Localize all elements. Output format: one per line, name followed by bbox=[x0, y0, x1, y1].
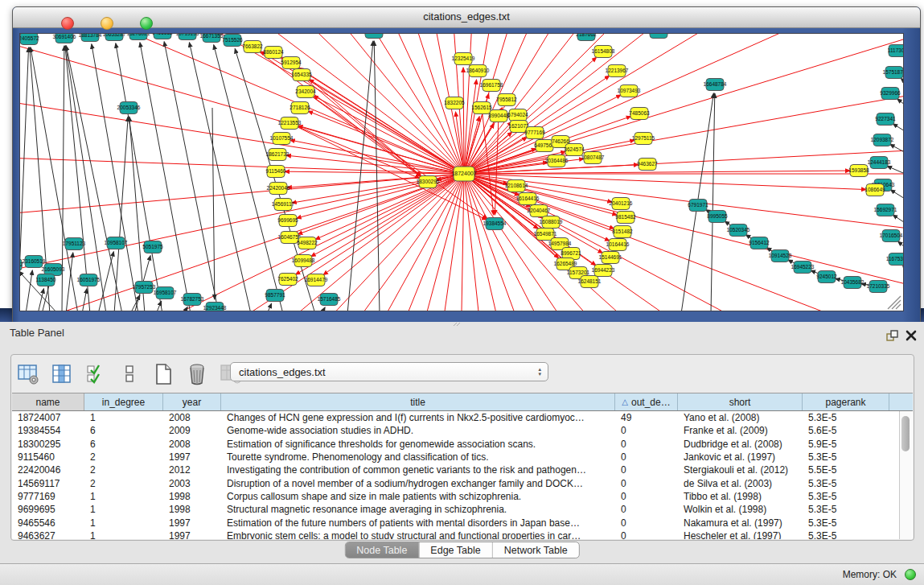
graph-node-label: 1562615 bbox=[471, 105, 492, 110]
graph-node-label: 1086649 bbox=[864, 187, 885, 192]
graph-node-label: 9156412 bbox=[749, 240, 770, 245]
graph-node-label: 1138450 bbox=[36, 277, 56, 282]
graph-node-label: 22040467 bbox=[528, 208, 551, 213]
table-row[interactable]: 1456911722003Disruption of a novel membe… bbox=[12, 476, 913, 489]
table-cell: 1998 bbox=[163, 504, 221, 515]
column-header-in_degree[interactable]: in_degree bbox=[84, 393, 163, 410]
table-row[interactable]: 969969511998Structural magnetic resonanc… bbox=[12, 503, 913, 516]
column-header-short[interactable]: short bbox=[678, 393, 803, 410]
graph-node-label: 14957984 bbox=[548, 241, 572, 246]
network-window-titlebar[interactable]: citations_edges.txt bbox=[13, 7, 920, 28]
column-header-year[interactable]: year bbox=[163, 393, 221, 410]
graph-node-label: 8151482 bbox=[612, 229, 633, 234]
graph-node-label: 9466162 bbox=[152, 34, 173, 35]
graph-node-label: 746266 bbox=[552, 138, 569, 144]
table-vertical-scrollbar[interactable] bbox=[899, 411, 912, 539]
graph-node-label: 10958107 bbox=[105, 240, 128, 245]
table-cell: Genome-wide association studies in ADHD. bbox=[221, 425, 615, 436]
table-row[interactable]: 2242004622012Investigating the contribut… bbox=[12, 463, 913, 476]
table-cell: Stergiakouli et al. (2012) bbox=[678, 464, 803, 476]
graph-node-label: 8813054 bbox=[648, 34, 669, 35]
table-cell: Hescheler et al. (1997) bbox=[678, 530, 803, 539]
table-panel: Table Panel bbox=[0, 322, 924, 585]
graph-node-label: 18640910 bbox=[466, 68, 490, 73]
table-cell: Jankovic et al. (1997) bbox=[678, 451, 803, 463]
table-row[interactable]: 946554611997Estimation of the future num… bbox=[12, 516, 913, 529]
row-height-icon[interactable] bbox=[117, 362, 142, 386]
graph-node-label: 9463627 bbox=[637, 161, 658, 167]
table-cell: 2012 bbox=[163, 464, 221, 476]
table-cell: 5.3E-5 bbox=[803, 517, 889, 529]
column-header-out_de[interactable]: △out_de… bbox=[615, 393, 678, 410]
graph-node-label: 8995055 bbox=[707, 213, 728, 219]
graph-node-label: 16046755 bbox=[278, 234, 302, 240]
table-cell: Estimation of the future numbers of pati… bbox=[221, 517, 615, 529]
graph-node-label: 16648784 bbox=[704, 81, 727, 87]
table-row[interactable]: 946362711997Embryonic stem cells: a mode… bbox=[12, 529, 913, 539]
new-column-icon[interactable] bbox=[151, 362, 175, 386]
table-cell: 1997 bbox=[163, 451, 221, 463]
table-cell: Investigating the contribution of common… bbox=[221, 464, 615, 476]
table-row[interactable]: 911546021997Tourette syndrome. Phenomeno… bbox=[12, 451, 913, 463]
memory-status-indicator[interactable] bbox=[905, 569, 916, 580]
graph-node-label: 9857791 bbox=[265, 292, 285, 298]
column-header-title[interactable]: title bbox=[221, 393, 615, 410]
table-cell: 0 bbox=[615, 478, 678, 489]
table-panel-box: f(x) citations_edges.txt ▴▾ namein_degre… bbox=[10, 354, 914, 541]
graph-node-label: 15276021 bbox=[127, 34, 150, 36]
table-cell: 5.5E-5 bbox=[803, 464, 889, 476]
table-row[interactable]: 1938455462009Genome-wide association stu… bbox=[12, 424, 913, 437]
table-cell: 2 bbox=[84, 451, 163, 463]
scrollbar-thumb[interactable] bbox=[901, 416, 910, 451]
table-cell: Structural magnetic resonance image aver… bbox=[221, 504, 615, 515]
select-columns-icon[interactable] bbox=[84, 362, 108, 386]
table-row[interactable]: 1872400712008Changes of HCN gene express… bbox=[12, 411, 913, 424]
close-panel-icon[interactable] bbox=[905, 329, 918, 342]
table-cell: Corpus callosum shape and size in male p… bbox=[221, 491, 615, 502]
table-cell: 2 bbox=[84, 464, 163, 476]
table-row[interactable]: 977716911998Corpus callosum shape and si… bbox=[12, 490, 913, 503]
column-header-pagerank[interactable]: pagerank bbox=[803, 393, 889, 410]
tab-node-table[interactable]: Node Table bbox=[345, 542, 419, 558]
table-row[interactable]: 1830029562008Estimation of significance … bbox=[12, 438, 913, 451]
graph-node-label: 15716485 bbox=[318, 296, 341, 302]
graph-node-label: 9115460 bbox=[266, 168, 286, 174]
column-header-name[interactable]: name bbox=[12, 393, 84, 410]
graph-node-label: 7515526 bbox=[222, 37, 243, 43]
table-cell: 9115460 bbox=[12, 451, 84, 463]
graph-node-label: 10719195 bbox=[176, 34, 199, 36]
graph-node-label: 21605093 bbox=[42, 266, 65, 272]
network-canvas[interactable]: 1872400718300295193845542405572306914061… bbox=[19, 33, 904, 311]
graph-node-label: 19384554 bbox=[483, 220, 507, 226]
graph-node-label: 5051975 bbox=[142, 244, 163, 249]
table-source-dropdown-value: citations_edges.txt bbox=[239, 366, 326, 378]
graph-node-label: 16088019 bbox=[540, 219, 563, 225]
table-cell: Dudbridge et al. (2008) bbox=[678, 439, 803, 450]
table-cell: 0 bbox=[615, 517, 678, 529]
table-mode-icon[interactable] bbox=[16, 362, 40, 386]
table-panel-title: Table Panel bbox=[10, 327, 64, 339]
graph-node-label: 9245012 bbox=[816, 274, 837, 279]
tab-network-table[interactable]: Network Table bbox=[493, 542, 579, 558]
network-window: citations_edges.txt 18724007183002951938… bbox=[12, 6, 921, 323]
graph-node-label: 17951123 bbox=[63, 241, 86, 246]
graph-node-label: 12093872 bbox=[871, 137, 894, 142]
citation-network-graph[interactable]: 1872400718300295193845542405572306914061… bbox=[20, 34, 903, 311]
graph-node-label: 15751874 bbox=[883, 69, 903, 75]
graph-node-label: 16958107 bbox=[154, 290, 177, 295]
delete-column-icon[interactable] bbox=[185, 362, 209, 386]
graph-node-label: 1117303 bbox=[888, 47, 903, 53]
tab-edge-table[interactable]: Edge Table bbox=[419, 542, 492, 558]
graph-node-label: 17957253 bbox=[133, 284, 156, 290]
table-cell: 5.3E-5 bbox=[803, 530, 889, 539]
table-cell: Tourette syndrome. Phenomenology and cla… bbox=[221, 451, 615, 463]
float-panel-icon[interactable] bbox=[885, 329, 900, 342]
show-columns-icon[interactable] bbox=[50, 362, 74, 386]
panel-divider-grip[interactable] bbox=[453, 323, 462, 327]
table-cell: Changes of HCN gene expression and I(f) … bbox=[221, 412, 615, 423]
graph-node-label: 9699695 bbox=[277, 217, 298, 223]
graph-node-label: 9815482 bbox=[615, 214, 636, 220]
table-source-dropdown[interactable]: citations_edges.txt ▴▾ bbox=[230, 362, 548, 381]
canvas-resize-grip[interactable] bbox=[888, 296, 901, 309]
graph-node-label: 9329966 bbox=[880, 90, 901, 96]
